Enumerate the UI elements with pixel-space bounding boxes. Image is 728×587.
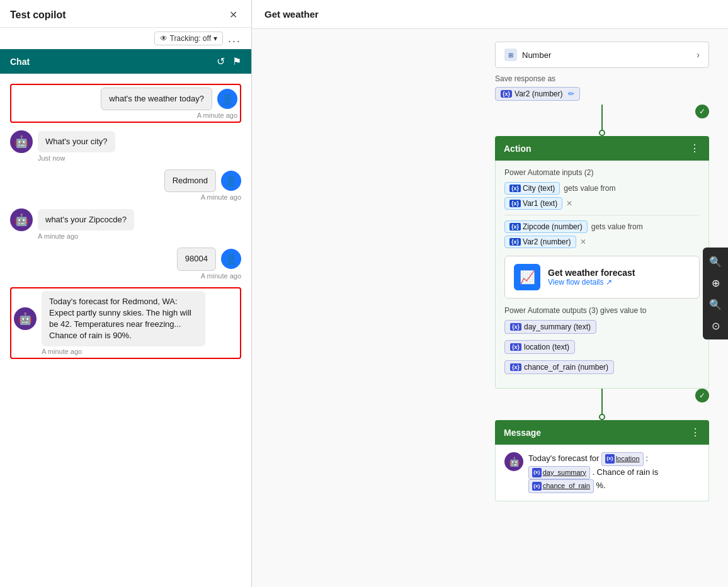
list-item: 🤖 What's your city? Just now (10, 130, 241, 162)
message-dots-button[interactable]: ⋮ (690, 426, 700, 438)
var-icon: {x} (605, 454, 615, 464)
chat-body: what's the weather today? 👤 A minute ago… (0, 74, 251, 587)
copilot-title: Test copilot (10, 9, 66, 21)
action-dots-button[interactable]: ⋮ (690, 142, 700, 154)
view-flow-link[interactable]: View flow details ↗ (548, 278, 635, 287)
zoom-out-icon: 🔍 (709, 299, 722, 311)
save-response-section: Save response as {x} Var2 (number) ✏ (495, 68, 709, 105)
zoom-out-button[interactable]: 🔍 (705, 294, 725, 314)
check-circle-2: ✓ (695, 389, 709, 402)
list-item: 🤖 what's your Zipcocde? A minute ago (10, 208, 241, 240)
zoom-in-icon: 🔍 (709, 256, 722, 268)
left-panel: Test copilot ✕ 👁 Tracking: off ▾ ... Cha… (0, 0, 252, 587)
weather-forecast-card[interactable]: 📈 Get weather forecast View flow details… (504, 256, 700, 299)
number-label: Number (522, 50, 551, 60)
var1-label: Var1 (text) (523, 199, 557, 208)
message-template-row: 🤖 Today's forecast for {x} location : {x… (504, 452, 700, 493)
var-icon: {x} (510, 363, 521, 371)
chance-var-text: chance_of_rain (543, 481, 590, 492)
check-circle: ✓ (695, 105, 709, 118)
save-response-label: Save response as (495, 74, 709, 83)
weather-card-text: Get weather forecast View flow details ↗ (548, 268, 635, 287)
output-chance-rain-row: {x} chance_of_rain (number) (504, 360, 700, 378)
var2-input-tag: {x} Var2 (number) (504, 236, 576, 248)
message-text: Today's forecast for Redmond, WA: Expect… (49, 297, 191, 341)
message-time: Just now (38, 154, 65, 162)
bot-message-bubble: what's your Zipcocde? (38, 209, 134, 231)
right-header: Get weather (252, 0, 728, 29)
message-title: Message (504, 428, 541, 438)
chance-of-rain-tag: {x} chance_of_rain (number) (504, 360, 614, 374)
left-header: Test copilot ✕ (0, 0, 251, 28)
message-time: A minute ago (201, 193, 241, 201)
refresh-icon[interactable]: ↺ (217, 55, 225, 67)
var-icon: {x} (532, 468, 542, 477)
chance-rain-inline-var: {x} chance_of_rain (528, 479, 594, 493)
pa-input-row-city: {x} City (text) gets value from (504, 182, 700, 195)
var-icon: {x} (510, 323, 521, 331)
gets-value-from-text: gets value from (564, 184, 615, 193)
var-icon: {x} (509, 238, 521, 246)
page-title: Get weather (264, 9, 319, 20)
output-location-row: {x} location (text) (504, 340, 700, 358)
close-button[interactable]: ✕ (225, 8, 241, 22)
location-var-text: location (616, 453, 640, 465)
tracking-icon: 👁 (160, 34, 168, 43)
var2-label: Var2 (number) (515, 89, 562, 98)
chat-header: Chat ↺ ⚑ (0, 49, 251, 74)
number-card-left: ⊞ Number (504, 48, 551, 61)
avatar: 🤖 (10, 130, 33, 153)
chat-header-icons: ↺ ⚑ (217, 55, 241, 67)
pa-input-var2-row: {x} Var2 (number) ✕ (504, 236, 700, 248)
chat-header-label: Chat (10, 57, 30, 67)
remove-var1-button[interactable]: ✕ (566, 199, 572, 208)
edit-icon[interactable]: ✏ (568, 89, 574, 98)
var-icon: {x} (509, 185, 521, 192)
avatar: 👤 (217, 89, 237, 109)
avatar: 👤 (221, 249, 241, 269)
flag-icon[interactable]: ⚑ (232, 55, 241, 67)
target-icon: ⊕ (712, 277, 720, 289)
day-summary-label: day_summary (text) (524, 322, 591, 331)
history-button[interactable]: ⊙ (705, 316, 725, 336)
list-item: 98004 👤 A minute ago (10, 248, 241, 279)
template-part4: %. (596, 481, 606, 490)
var-icon: {x} (501, 90, 512, 98)
list-item: Redmond 👤 A minute ago (10, 169, 241, 201)
var-icon: {x} (510, 343, 521, 351)
day-summary-tag: {x} day_summary (text) (504, 320, 596, 334)
var2-tag[interactable]: {x} Var2 (number) ✏ (495, 87, 580, 101)
chevron-down-icon: ▾ (213, 34, 217, 43)
day-summary-inline-var: {x} day_summary (528, 466, 590, 480)
var1-tag: {x} Var1 (text) (504, 197, 562, 210)
pa-input-var1-row: {x} Var1 (text) ✕ (504, 197, 700, 210)
message-text: what's your Zipcocde? (45, 215, 127, 224)
message-time: A minute ago (42, 348, 82, 355)
message-template-text: Today's forecast for {x} location : {x} … (528, 452, 700, 493)
bot-avatar: 🤖 (504, 452, 523, 471)
user-message-bubble: 98004 (177, 248, 216, 270)
template-part2: : (646, 453, 648, 463)
more-options-button[interactable]: ... (228, 32, 241, 45)
connector-line-1: ✓ (495, 105, 709, 136)
flow-container: ⊞ Number › Save response as {x} Var2 (nu… (495, 42, 709, 501)
right-panel: Get weather ⊞ Number › Save response as … (252, 0, 728, 587)
target-button[interactable]: ⊕ (705, 273, 725, 293)
zoom-in-button[interactable]: 🔍 (705, 251, 725, 271)
remove-var2-button[interactable]: ✕ (580, 237, 586, 246)
number-card[interactable]: ⊞ Number › (495, 42, 709, 68)
history-icon: ⊙ (712, 320, 720, 332)
city-var-label: City (text) (523, 184, 555, 193)
avatar: 🤖 (14, 307, 37, 330)
message-block-header: Message ⋮ (495, 420, 709, 445)
user-message-bubble: what's the weather today? (101, 88, 212, 110)
bot-message-bubble: What's your city? (38, 131, 115, 152)
var-icon: {x} (509, 200, 521, 207)
tracking-label: Tracking: off (170, 34, 211, 43)
right-content: ⊞ Number › Save response as {x} Var2 (nu… (252, 29, 728, 587)
action-title: Action (504, 144, 532, 154)
tracking-button[interactable]: 👁 Tracking: off ▾ (154, 31, 223, 45)
avatar: 👤 (221, 171, 241, 191)
connector-line-2: ✓ (495, 389, 709, 420)
zipcode-var-tag: {x} Zipcode (number) (504, 220, 588, 233)
